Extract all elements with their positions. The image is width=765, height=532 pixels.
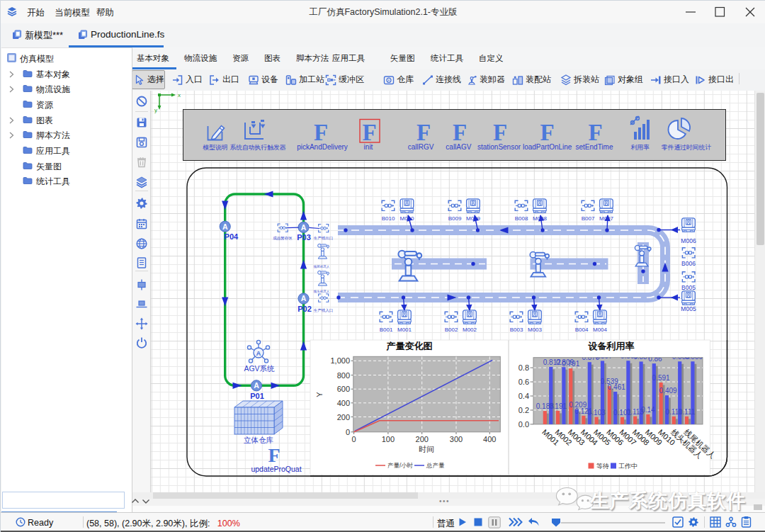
svg-text:100: 100 — [382, 435, 395, 443]
svg-text:A: A — [301, 294, 307, 302]
svg-text:0.461: 0.461 — [608, 383, 625, 391]
svg-text:0.409: 0.409 — [659, 387, 677, 395]
svg-text:利用率: 利用率 — [630, 144, 650, 151]
svg-text:时间: 时间 — [419, 445, 434, 453]
svg-text:生产线入口: 生产线入口 — [314, 308, 334, 313]
svg-text:线头机器人: 线头机器人 — [314, 290, 330, 293]
svg-text:生产线出口: 生产线出口 — [314, 236, 334, 241]
svg-text:F: F — [363, 120, 377, 145]
svg-text:F: F — [268, 444, 280, 466]
svg-text:P04: P04 — [225, 232, 239, 241]
svg-text:loadPartOnLine: loadPartOnLine — [523, 143, 572, 151]
svg-text:callRGV: callRGV — [408, 143, 434, 151]
svg-text:800: 800 — [337, 371, 350, 380]
svg-text:F: F — [493, 120, 507, 145]
svg-text:B004: B004 — [575, 327, 589, 333]
svg-text:B008: B008 — [515, 215, 528, 222]
svg-text:M003: M003 — [528, 327, 543, 333]
svg-text:B009: B009 — [448, 215, 462, 222]
svg-text:B003: B003 — [510, 327, 523, 333]
svg-text:A: A — [254, 381, 259, 390]
svg-text:0.0: 0.0 — [518, 420, 529, 429]
svg-text:F: F — [589, 120, 603, 145]
svg-text:Y: Y — [315, 392, 324, 397]
svg-text:0.4: 0.4 — [518, 392, 529, 400]
svg-text:0: 0 — [352, 435, 356, 443]
svg-text:0.111: 0.111 — [679, 408, 696, 416]
svg-text:0.2: 0.2 — [518, 406, 529, 414]
svg-text:工作中: 工作中 — [618, 463, 638, 470]
svg-text:x: x — [178, 92, 181, 98]
svg-text:B005: B005 — [681, 284, 696, 291]
svg-text:设备利用率: 设备利用率 — [588, 341, 635, 351]
svg-text:B006: B006 — [681, 260, 696, 267]
svg-text:300: 300 — [450, 435, 463, 443]
svg-text:系统自动执行触发器: 系统自动执行触发器 — [230, 144, 285, 151]
svg-text:B002: B002 — [445, 327, 458, 333]
svg-text:0.591: 0.591 — [652, 374, 670, 382]
svg-text:1,000: 1,000 — [330, 356, 350, 365]
svg-text:setEndTime: setEndTime — [576, 143, 613, 151]
svg-text:AGV系统: AGV系统 — [244, 364, 275, 373]
svg-text:B001: B001 — [380, 327, 393, 333]
svg-text:200: 200 — [337, 413, 350, 421]
svg-text:零件通过时间统计: 零件通过时间统计 — [662, 144, 712, 151]
svg-text:产量/小时: 产量/小时 — [387, 462, 413, 469]
svg-text:P02: P02 — [298, 305, 312, 313]
svg-text:F: F — [314, 120, 328, 145]
svg-text:updateProQuat: updateProQuat — [251, 465, 301, 473]
svg-text:callAGV: callAGV — [446, 143, 471, 151]
svg-text:M002: M002 — [463, 327, 477, 333]
svg-text:400: 400 — [337, 399, 350, 407]
svg-text:0.8: 0.8 — [518, 363, 529, 372]
svg-text:0.6: 0.6 — [518, 378, 529, 386]
svg-text:0.191: 0.191 — [549, 402, 567, 410]
svg-text:成品暂存区: 成品暂存区 — [273, 236, 293, 241]
svg-text:M006: M006 — [681, 237, 696, 244]
svg-text:600: 600 — [337, 385, 350, 393]
svg-text:stationSensor: stationSensor — [477, 143, 521, 151]
svg-text:F: F — [540, 120, 555, 145]
svg-text:0.791: 0.791 — [562, 360, 579, 368]
svg-text:0: 0 — [346, 428, 350, 436]
svg-text:立体仓库: 立体仓库 — [244, 436, 274, 444]
svg-text:F: F — [453, 120, 467, 145]
svg-text:B007: B007 — [582, 215, 595, 222]
svg-text:200: 200 — [416, 435, 429, 443]
svg-text:B010: B010 — [382, 215, 395, 222]
svg-text:P01: P01 — [250, 392, 264, 400]
svg-text:A: A — [222, 222, 228, 231]
svg-text:产量变化图: 产量变化图 — [386, 341, 433, 351]
svg-text:P03: P03 — [297, 233, 311, 242]
svg-text:400: 400 — [483, 435, 496, 443]
svg-text:y: y — [154, 107, 157, 113]
svg-text:线尾机器人: 线尾机器人 — [314, 265, 330, 268]
svg-text:0.14: 0.14 — [641, 406, 655, 414]
svg-text:M004: M004 — [593, 327, 608, 333]
svg-text:F: F — [416, 120, 431, 145]
svg-text:pickAndDelivery: pickAndDelivery — [297, 143, 348, 151]
svg-text:总产量: 总产量 — [426, 462, 445, 469]
svg-text:模型说明: 模型说明 — [202, 144, 227, 151]
svg-text:A: A — [301, 223, 307, 232]
svg-text:M005: M005 — [681, 305, 696, 312]
svg-text:M001: M001 — [397, 327, 412, 333]
svg-text:0.103: 0.103 — [588, 409, 606, 417]
svg-text:等待: 等待 — [596, 463, 609, 470]
svg-text:init: init — [364, 143, 373, 151]
svg-text:A: A — [256, 349, 261, 357]
